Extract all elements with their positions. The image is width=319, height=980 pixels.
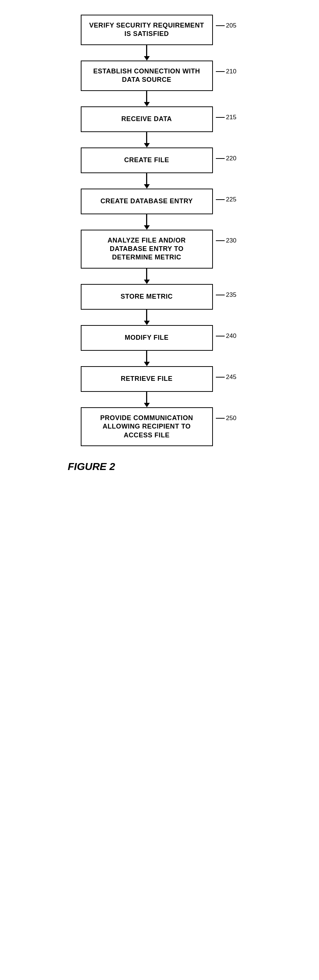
- ref-col-215: 215: [213, 107, 239, 121]
- flow-box-step-245: RETRIEVE FILE: [81, 366, 213, 392]
- flow-box-step-250: PROVIDE COMMUNICATION ALLOWING RECIPIENT…: [81, 407, 213, 446]
- step-group-230: ANALYZE FILE AND/OR DATABASE ENTRY TO DE…: [53, 230, 266, 284]
- flow-box-step-230: ANALYZE FILE AND/OR DATABASE ENTRY TO DE…: [81, 230, 213, 269]
- step-group-240: MODIFY FILE240: [53, 325, 266, 366]
- step-box-col-245: RETRIEVE FILE: [81, 366, 213, 407]
- step-box-col-220: CREATE FILE: [81, 148, 213, 189]
- ref-number-220: 220: [226, 155, 236, 162]
- ref-col-235: 235: [213, 284, 239, 299]
- ref-number-225: 225: [226, 196, 236, 203]
- flowchart-diagram: VERIFY SECURITY REQUIREMENT IS SATISFIED…: [53, 15, 266, 473]
- ref-number-210: 210: [226, 68, 236, 75]
- ref-col-230: 230: [213, 230, 239, 244]
- arrow-245: [144, 392, 150, 407]
- flow-box-step-240: MODIFY FILE: [81, 325, 213, 351]
- step-group-250: PROVIDE COMMUNICATION ALLOWING RECIPIENT…: [53, 407, 266, 446]
- step-box-col-250: PROVIDE COMMUNICATION ALLOWING RECIPIENT…: [81, 407, 213, 446]
- ref-number-230: 230: [226, 237, 236, 244]
- step-box-col-240: MODIFY FILE: [81, 325, 213, 366]
- ref-col-240: 240: [213, 325, 239, 340]
- step-group-205: VERIFY SECURITY REQUIREMENT IS SATISFIED…: [53, 15, 266, 60]
- step-box-col-235: STORE METRIC: [81, 284, 213, 325]
- ref-number-205: 205: [226, 22, 236, 29]
- ref-col-220: 220: [213, 148, 239, 162]
- arrow-225: [144, 214, 150, 230]
- flow-box-step-225: CREATE DATABASE ENTRY: [81, 189, 213, 214]
- step-group-245: RETRIEVE FILE245: [53, 366, 266, 407]
- ref-number-250: 250: [226, 415, 236, 422]
- ref-col-225: 225: [213, 189, 239, 203]
- step-group-225: CREATE DATABASE ENTRY225: [53, 189, 266, 230]
- step-box-col-215: RECEIVE DATA: [81, 107, 213, 148]
- arrow-240: [144, 351, 150, 366]
- step-group-210: ESTABLISH CONNECTION WITH DATA SOURCE210: [53, 60, 266, 107]
- flow-box-step-220: CREATE FILE: [81, 148, 213, 173]
- step-group-235: STORE METRIC235: [53, 284, 266, 325]
- step-box-col-225: CREATE DATABASE ENTRY: [81, 189, 213, 230]
- steps-container: VERIFY SECURITY REQUIREMENT IS SATISFIED…: [53, 15, 266, 446]
- arrow-230: [144, 269, 150, 284]
- flow-box-step-235: STORE METRIC: [81, 284, 213, 310]
- ref-number-240: 240: [226, 332, 236, 340]
- ref-col-245: 245: [213, 366, 239, 381]
- ref-col-210: 210: [213, 60, 239, 75]
- step-box-col-205: VERIFY SECURITY REQUIREMENT IS SATISFIED: [81, 15, 213, 60]
- ref-number-235: 235: [226, 291, 236, 299]
- step-group-220: CREATE FILE220: [53, 148, 266, 189]
- step-box-col-230: ANALYZE FILE AND/OR DATABASE ENTRY TO DE…: [81, 230, 213, 284]
- arrow-205: [144, 45, 150, 60]
- arrow-235: [144, 310, 150, 325]
- arrow-210: [144, 91, 150, 107]
- ref-number-215: 215: [226, 114, 236, 121]
- ref-col-250: 250: [213, 407, 239, 422]
- arrow-220: [144, 173, 150, 189]
- figure-label: FIGURE 2: [68, 461, 115, 473]
- ref-col-205: 205: [213, 15, 239, 29]
- flow-box-step-205: VERIFY SECURITY REQUIREMENT IS SATISFIED: [81, 15, 213, 45]
- flow-box-step-210: ESTABLISH CONNECTION WITH DATA SOURCE: [81, 60, 213, 91]
- arrow-215: [144, 132, 150, 148]
- step-box-col-210: ESTABLISH CONNECTION WITH DATA SOURCE: [81, 60, 213, 107]
- step-group-215: RECEIVE DATA215: [53, 107, 266, 148]
- flow-box-step-215: RECEIVE DATA: [81, 107, 213, 132]
- ref-number-245: 245: [226, 374, 236, 381]
